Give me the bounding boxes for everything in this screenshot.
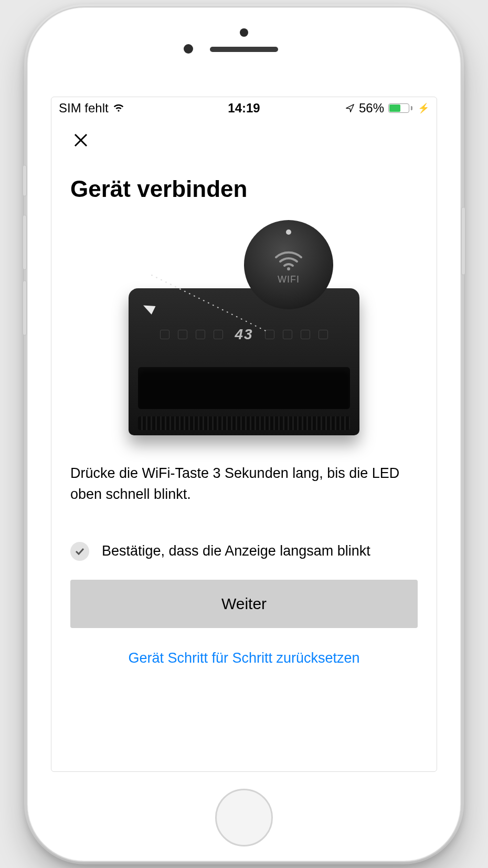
led-dot-icon [286, 229, 291, 235]
location-icon [345, 103, 355, 113]
status-carrier: SIM fehlt [59, 101, 109, 116]
instruction-text: Drücke die WiFi-Taste 3 Sekunden lang, b… [70, 463, 418, 505]
status-bar: SIM fehlt 14:19 56% ⚡ [51, 97, 437, 119]
charging-icon: ⚡ [418, 102, 429, 114]
checkmark-icon [75, 548, 84, 555]
confirm-row[interactable]: Bestätige, dass die Anzeige langsam blin… [70, 542, 418, 561]
phone-volume-up [23, 215, 27, 270]
wifi-callout-label: WIFI [278, 274, 300, 285]
confirm-label: Bestätige, dass die Anzeige langsam blin… [102, 543, 370, 559]
confirm-checkbox[interactable] [70, 542, 89, 561]
phone-volume-down [23, 280, 27, 336]
device-illustration: WIFI 43 [70, 220, 418, 441]
phone-camera [240, 28, 248, 37]
continue-button[interactable]: Weiter [70, 580, 418, 628]
phone-power-button [461, 207, 465, 275]
svg-point-2 [287, 267, 290, 270]
phone-home-button[interactable] [215, 789, 273, 846]
battery-icon [388, 103, 412, 113]
status-battery-percent: 56% [359, 101, 384, 116]
device-slot [138, 367, 350, 409]
phone-frame: SIM fehlt 14:19 56% ⚡ [26, 6, 462, 862]
wifi-button-callout: WIFI [244, 220, 333, 309]
phone-proximity-sensor [184, 44, 193, 54]
phone-mute-switch [23, 165, 27, 196]
reset-device-link[interactable]: Gerät Schritt für Schritt zurücksetzen [70, 650, 418, 666]
wifi-signal-icon [273, 249, 304, 271]
app-content: Gerät verbinden WIFI [51, 119, 437, 771]
continue-button-label: Weiter [221, 595, 267, 613]
close-button[interactable] [70, 130, 91, 151]
page-title: Gerät verbinden [70, 176, 418, 202]
device-vent [138, 416, 350, 430]
phone-speaker [210, 47, 278, 52]
phone-screen: SIM fehlt 14:19 56% ⚡ [51, 97, 437, 772]
wifi-icon [113, 104, 124, 112]
device-number-label: 43 [235, 326, 253, 343]
device-body: 43 [129, 288, 359, 435]
